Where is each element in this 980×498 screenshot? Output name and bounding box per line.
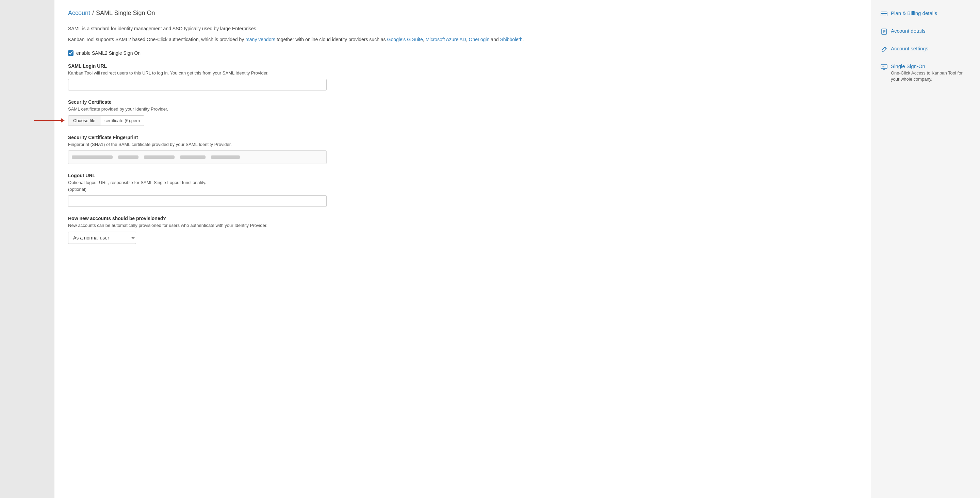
plan-billing-link[interactable]: Plan & Billing details <box>891 10 937 16</box>
security-certificate-section: Security Certificate SAML certificate pr… <box>68 99 858 126</box>
fingerprint-block-3 <box>144 156 175 159</box>
account-settings-text: Account settings <box>891 46 928 51</box>
shibboleth-link[interactable]: Shibboleth <box>500 37 522 42</box>
security-certificate-title: Security Certificate <box>68 99 858 105</box>
file-input-wrapper: Choose file certificate (6).pem <box>68 115 144 126</box>
svg-line-7 <box>885 48 886 49</box>
logout-url-section: Logout URL Optional logout URL, responsi… <box>68 173 858 207</box>
provisioning-section: How new accounts should be provisioned? … <box>68 216 858 244</box>
gsuite-link[interactable]: Google's G Suite <box>387 37 423 42</box>
file-section-wrapper: Choose file certificate (6).pem <box>68 115 144 126</box>
description-block: SAML is a standard for identity manageme… <box>68 25 858 43</box>
page-wrapper: Account / SAML Single Sign On SAML is a … <box>0 0 980 498</box>
sidebar-item-account-details[interactable]: Account details <box>881 28 970 36</box>
saml-login-url-input[interactable]: https:// <box>68 79 327 91</box>
security-certificate-desc: SAML certificate provided by your Identi… <box>68 106 858 113</box>
sidebar-item-plan-billing[interactable]: Plan & Billing details <box>881 10 970 18</box>
provisioning-title: How new accounts should be provisioned? <box>68 216 858 221</box>
single-sign-on-desc: One-Click Access to Kanban Tool for your… <box>891 70 970 82</box>
description-comma1: , <box>423 37 426 42</box>
fingerprint-block-4 <box>180 156 205 159</box>
book-icon <box>881 28 888 36</box>
left-sidebar <box>0 0 54 498</box>
plan-billing-text: Plan & Billing details <box>891 10 937 16</box>
logout-url-input[interactable]: https:// <box>68 195 327 207</box>
description-and: and <box>489 37 500 42</box>
svg-rect-1 <box>881 13 887 14</box>
breadcrumb-account-link[interactable]: Account <box>68 10 90 17</box>
saml-login-url-desc: Kanban Tool will redirect users to this … <box>68 70 858 76</box>
fingerprint-desc: Fingerprint (SHA1) of the SAML certifica… <box>68 141 858 148</box>
logout-url-title: Logout URL <box>68 173 858 178</box>
description-line2: Kanban Tool supports SAML2 based One-Cli… <box>68 36 858 43</box>
svg-line-11 <box>882 67 883 67</box>
arrow-line <box>34 120 61 121</box>
fingerprint-input-display <box>68 150 327 164</box>
sidebar-item-single-sign-on[interactable]: Single Sign-On One-Click Access to Kanba… <box>881 63 970 82</box>
saml-enable-label[interactable]: enable SAML2 Single Sign On <box>76 50 140 56</box>
description-end: . <box>523 37 524 42</box>
provisioning-desc: New accounts can be automatically provis… <box>68 222 858 229</box>
many-vendors-link[interactable]: many vendors <box>245 37 275 42</box>
fingerprint-block-5 <box>211 156 240 159</box>
single-sign-on-link[interactable]: Single Sign-On <box>891 63 970 69</box>
arrow-head <box>61 118 65 123</box>
provisioning-select[interactable]: As a normal user As an admin Do not prov… <box>68 232 136 244</box>
description-line1: SAML is a standard for identity manageme… <box>68 25 858 32</box>
logout-url-desc-text: Optional logout URL, responsible for SAM… <box>68 180 206 192</box>
description-pre: Kanban Tool supports SAML2 based One-Cli… <box>68 37 245 42</box>
fingerprint-title: Security Certificate Fingerprint <box>68 135 858 140</box>
right-sidebar: Plan & Billing details Account details <box>871 0 980 498</box>
breadcrumb-current-page: SAML Single Sign On <box>96 10 155 17</box>
account-settings-link[interactable]: Account settings <box>891 46 928 51</box>
fingerprint-block-2 <box>118 156 138 159</box>
choose-file-button[interactable]: Choose file <box>68 116 100 126</box>
single-sign-on-text: Single Sign-On One-Click Access to Kanba… <box>891 63 970 82</box>
breadcrumb-separator: / <box>92 10 94 17</box>
svg-line-12 <box>883 66 885 67</box>
fingerprint-block-1 <box>72 156 113 159</box>
saml-login-url-title: SAML Login URL <box>68 63 858 69</box>
breadcrumb: Account / SAML Single Sign On <box>68 10 858 17</box>
description-mid: together with online cloud identity prov… <box>275 37 387 42</box>
saml-enable-checkbox[interactable] <box>68 50 73 56</box>
description-comma2: , <box>466 37 469 42</box>
credit-card-icon <box>881 11 888 18</box>
file-name-display: certificate (6).pem <box>100 116 144 126</box>
main-content: Account / SAML Single Sign On SAML is a … <box>54 0 871 498</box>
fingerprint-section: Security Certificate Fingerprint Fingerp… <box>68 135 858 164</box>
azure-link[interactable]: Microsoft Azure AD <box>426 37 466 42</box>
monitor-icon <box>881 64 888 72</box>
edit-icon <box>881 46 888 54</box>
account-details-link[interactable]: Account details <box>891 28 926 34</box>
arrow-indicator <box>34 118 65 123</box>
saml-enable-checkbox-row: enable SAML2 Single Sign On <box>68 50 858 56</box>
sidebar-item-account-settings[interactable]: Account settings <box>881 46 970 54</box>
logout-url-desc: Optional logout URL, responsible for SAM… <box>68 179 858 193</box>
saml-login-url-section: SAML Login URL Kanban Tool will redirect… <box>68 63 858 91</box>
svg-rect-2 <box>882 14 883 15</box>
account-details-text: Account details <box>891 28 926 34</box>
onelogin-link[interactable]: OneLogin <box>469 37 490 42</box>
